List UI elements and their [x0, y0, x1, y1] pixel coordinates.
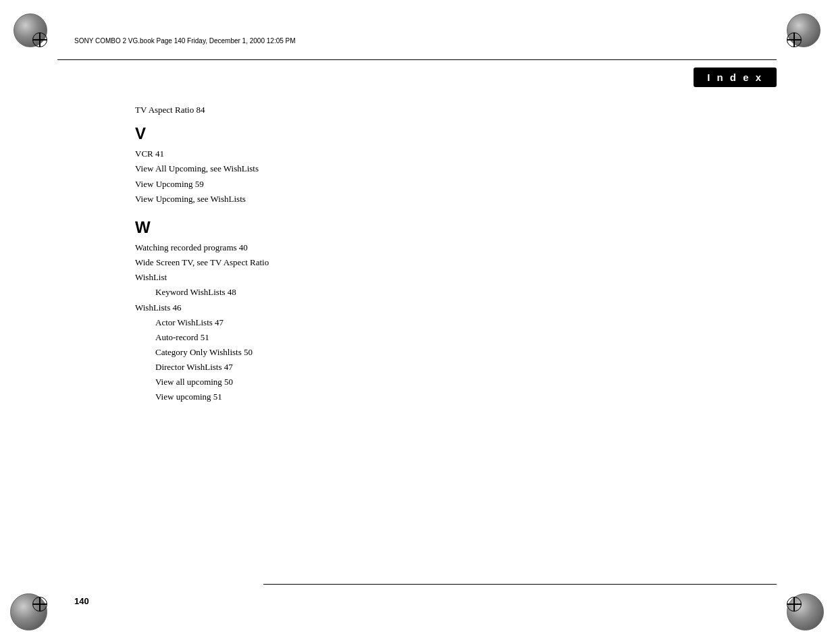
- section-v-letter: V: [135, 125, 540, 142]
- tv-aspect-entry: TV Aspect Ratio 84: [135, 105, 540, 115]
- entry-vcr: VCR 41: [135, 146, 540, 161]
- entry-watching-recorded: Watching recorded programs 40: [135, 240, 540, 255]
- entry-auto-record: Auto-record 51: [135, 330, 540, 345]
- entry-wishlist: WishList: [135, 270, 540, 285]
- bottom-rule: [263, 584, 777, 585]
- page-number: 140: [74, 596, 89, 606]
- entry-wide-screen: Wide Screen TV, see TV Aspect Ratio: [135, 255, 540, 270]
- registration-mark-bl: [32, 597, 47, 612]
- registration-mark-br: [787, 597, 802, 612]
- section-w-block: W Watching recorded programs 40 Wide Scr…: [135, 219, 540, 404]
- tv-aspect-text: TV Aspect Ratio 84: [135, 105, 205, 115]
- entry-view-all-upcoming-50: View all upcoming 50: [135, 375, 540, 390]
- entry-wishlists-46: WishLists 46: [135, 300, 540, 315]
- top-rule: [57, 59, 777, 60]
- entry-director-wishlists: Director WishLists 47: [135, 360, 540, 375]
- registration-mark-tl: [32, 32, 47, 47]
- entry-category-only: Category Only Wishlists 50: [135, 345, 540, 360]
- entry-view-all-upcoming: View All Upcoming, see WishLists: [135, 161, 540, 176]
- index-header-tab: I n d e x: [694, 68, 777, 87]
- entry-actor-wishlists: Actor WishLists 47: [135, 315, 540, 330]
- entry-keyword-wishlists: Keyword WishLists 48: [135, 285, 540, 300]
- index-content: TV Aspect Ratio 84 V VCR 41 View All Upc…: [135, 105, 540, 417]
- section-w-letter: W: [135, 219, 540, 236]
- entry-view-upcoming-59: View Upcoming 59: [135, 177, 540, 192]
- registration-mark-tr: [787, 32, 802, 47]
- entry-view-upcoming-51: View upcoming 51: [135, 390, 540, 404]
- entry-view-upcoming-wishlists: View Upcoming, see WishLists: [135, 192, 540, 207]
- section-v-block: V VCR 41 View All Upcoming, see WishList…: [135, 125, 540, 207]
- metadata-line: SONY COMBO 2 VG.book Page 140 Friday, De…: [74, 37, 296, 45]
